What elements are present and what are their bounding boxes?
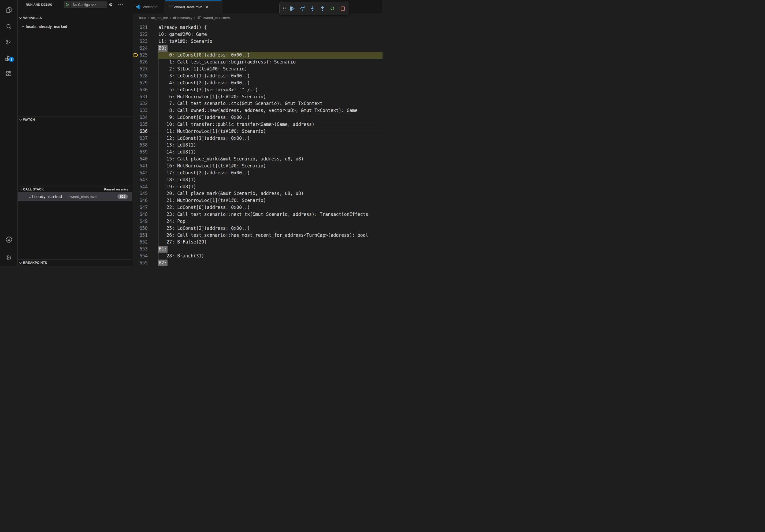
line-number[interactable]: 653 bbox=[132, 246, 148, 253]
line-number[interactable]: 629 bbox=[132, 80, 148, 87]
step-over-button[interactable] bbox=[300, 5, 306, 12]
breakpoints-section-header[interactable]: BREAKPOINTS bbox=[18, 260, 132, 266]
code-line-628[interactable]: 628 3: LdConst[1](address: 0x00..) bbox=[132, 73, 382, 80]
line-number[interactable]: 628 bbox=[132, 73, 148, 80]
line-number[interactable]: 654 bbox=[132, 253, 148, 260]
tab-owned-tests[interactable]: owned_tests.mvb × bbox=[165, 0, 222, 14]
code-line-635[interactable]: 635 10: Call transfer::public_transfer<G… bbox=[132, 121, 382, 128]
breadcrumb-item[interactable]: tic_tac_toe bbox=[151, 16, 168, 20]
code-line-627[interactable]: 627 2: StLoc[1](ts#1#0: Scenario) bbox=[132, 66, 382, 73]
line-number[interactable]: 634 bbox=[132, 114, 148, 121]
line-number[interactable]: 637 bbox=[132, 135, 148, 142]
variables-section-header[interactable]: VARIABLES bbox=[18, 15, 132, 21]
line-number[interactable]: 633 bbox=[132, 107, 148, 114]
line-number[interactable]: 635 bbox=[132, 121, 148, 128]
line-number[interactable]: 645 bbox=[132, 190, 148, 197]
account-icon[interactable] bbox=[5, 235, 13, 244]
code-line-652[interactable]: 652 27: BrFalse(29) bbox=[132, 239, 382, 246]
line-number[interactable]: 655 bbox=[132, 260, 148, 266]
source-control-icon[interactable] bbox=[5, 39, 13, 47]
code-line-636[interactable]: 636 11: MutBorrowLoc[1](ts#1#0: Scenario… bbox=[132, 128, 382, 135]
code-line-638[interactable]: 638 13: LdU8(1) bbox=[132, 142, 382, 149]
line-text: 18: LdU8(1) bbox=[158, 176, 196, 183]
code-line-637[interactable]: 637 12: LdConst[1](address: 0x00..) bbox=[132, 135, 382, 142]
line-number[interactable]: 642 bbox=[132, 169, 148, 176]
code-line-642[interactable]: 642 17: LdConst[2](address: 0x00..) bbox=[132, 169, 382, 176]
line-number[interactable]: 636 bbox=[132, 128, 148, 135]
debug-config-dropdown[interactable]: No Configura bbox=[64, 1, 107, 8]
line-number[interactable]: 627 bbox=[132, 66, 148, 73]
line-number[interactable]: 644 bbox=[132, 183, 148, 190]
code-line-641[interactable]: 641 16: MutBorrowLoc[1](ts#1#0: Scenario… bbox=[132, 162, 382, 169]
code-line-625[interactable]: 625 0: LdConst[0](address: 0x00..) bbox=[132, 52, 382, 59]
line-number[interactable]: 622 bbox=[132, 31, 148, 38]
code-line-644[interactable]: 644 19: LdU8(1) bbox=[132, 183, 382, 190]
code-line-621[interactable]: 621already_marked() { bbox=[132, 24, 382, 31]
debug-settings-gear-icon[interactable]: ⚙ bbox=[109, 1, 113, 8]
line-number[interactable]: 651 bbox=[132, 232, 148, 239]
line-text: 16: MutBorrowLoc[1](ts#1#0: Scenario) bbox=[158, 162, 266, 169]
line-number[interactable]: 623 bbox=[132, 38, 148, 45]
line-number[interactable]: 638 bbox=[132, 142, 148, 149]
call-stack-section-header[interactable]: CALL STACK Paused on entry bbox=[18, 186, 132, 192]
code-line-640[interactable]: 640 15: Call place_mark(&mut Scenario, a… bbox=[132, 155, 382, 162]
code-line-650[interactable]: 650 25: LdConst[2](address: 0x00..) bbox=[132, 225, 382, 232]
close-icon[interactable]: × bbox=[206, 5, 208, 9]
code-line-639[interactable]: 639 14: LdU8(1) bbox=[132, 149, 382, 155]
line-number[interactable]: 650 bbox=[132, 225, 148, 232]
code-line-622[interactable]: 622L0: game#2#0: Game bbox=[132, 31, 382, 38]
continue-button[interactable] bbox=[289, 5, 296, 12]
line-number[interactable]: 652 bbox=[132, 239, 148, 246]
code-line-626[interactable]: 626 1: Call test_scenario::begin(address… bbox=[132, 59, 382, 66]
code-line-633[interactable]: 633 8: Call owned::new(address, address,… bbox=[132, 107, 382, 114]
breadcrumb-item[interactable]: build bbox=[139, 16, 146, 20]
line-number[interactable]: 632 bbox=[132, 100, 148, 107]
line-number[interactable]: 646 bbox=[132, 197, 148, 204]
code-line-651[interactable]: 651 26: Call test_scenario::has_most_rec… bbox=[132, 232, 382, 239]
code-line-654[interactable]: 654 28: Branch(31) bbox=[132, 253, 382, 260]
code-line-632[interactable]: 632 7: Call test_scenario::ctx(&mut Scen… bbox=[132, 100, 382, 107]
line-number[interactable]: 624 bbox=[132, 45, 148, 52]
search-icon[interactable] bbox=[5, 22, 13, 31]
extensions-icon[interactable] bbox=[5, 69, 13, 78]
code-line-647[interactable]: 647 22: LdConst[0](address: 0x00..) bbox=[132, 204, 382, 211]
tab-welcome[interactable]: Welcome bbox=[132, 0, 165, 14]
code-line-649[interactable]: 649 24: Pop bbox=[132, 218, 382, 225]
line-number[interactable]: 641 bbox=[132, 162, 148, 169]
stop-button[interactable] bbox=[340, 5, 346, 12]
code-line-631[interactable]: 631 6: MutBorrowLoc[1](ts#1#0: Scenario) bbox=[132, 94, 382, 101]
call-stack-frame[interactable]: already_marked owned_tests.mvb 625 bbox=[18, 192, 132, 201]
line-number[interactable]: 640 bbox=[132, 155, 148, 162]
code-line-623[interactable]: 623L1: ts#1#0: Scenario bbox=[132, 38, 382, 45]
line-number[interactable]: 647 bbox=[132, 204, 148, 211]
line-number[interactable]: 639 bbox=[132, 149, 148, 155]
step-out-button[interactable] bbox=[319, 5, 326, 12]
code-line-634[interactable]: 634 9: LdConst[0](address: 0x00..) bbox=[132, 114, 382, 121]
explorer-icon[interactable] bbox=[5, 6, 13, 14]
line-number[interactable]: 621 bbox=[132, 24, 148, 31]
line-number[interactable]: 648 bbox=[132, 211, 148, 218]
code-line-653[interactable]: 653B1: bbox=[132, 246, 382, 253]
watch-section-header[interactable]: WATCH bbox=[18, 117, 132, 123]
settings-gear-icon[interactable]: ⚙ bbox=[5, 253, 13, 262]
breadcrumb-item[interactable]: owned_tests.mvb bbox=[203, 16, 230, 20]
code-line-630[interactable]: 630 5: LdConst[3](vector<u8>: "" /..) bbox=[132, 87, 382, 94]
breadcrumb-item[interactable]: disassembly bbox=[173, 16, 193, 20]
code-line-643[interactable]: 643 18: LdU8(1) bbox=[132, 176, 382, 183]
line-number[interactable]: 643 bbox=[132, 176, 148, 183]
line-number[interactable]: 626 bbox=[132, 59, 148, 66]
line-number[interactable]: 630 bbox=[132, 87, 148, 94]
code-line-629[interactable]: 629 4: LdConst[2](address: 0x00..) bbox=[132, 80, 382, 87]
line-number[interactable]: 631 bbox=[132, 94, 148, 101]
step-into-button[interactable] bbox=[309, 5, 316, 12]
line-number[interactable]: 649 bbox=[132, 218, 148, 225]
more-actions-icon[interactable]: ··· bbox=[118, 0, 124, 9]
code-line-648[interactable]: 648 23: Call test_scenario::next_tx(&mut… bbox=[132, 211, 382, 218]
toolbar-drag-gripper[interactable] bbox=[282, 5, 288, 12]
code-line-655[interactable]: 655B2: bbox=[132, 260, 382, 266]
code-line-624[interactable]: 624B0: bbox=[132, 45, 382, 52]
code-line-646[interactable]: 646 21: MutBorrowLoc[1](ts#1#0: Scenario… bbox=[132, 197, 382, 204]
variables-locals-scope[interactable]: locals: already_marked bbox=[18, 24, 132, 30]
code-line-645[interactable]: 645 20: Call place_mark(&mut Scenario, a… bbox=[132, 190, 382, 197]
restart-button[interactable]: ↺ bbox=[329, 5, 336, 12]
